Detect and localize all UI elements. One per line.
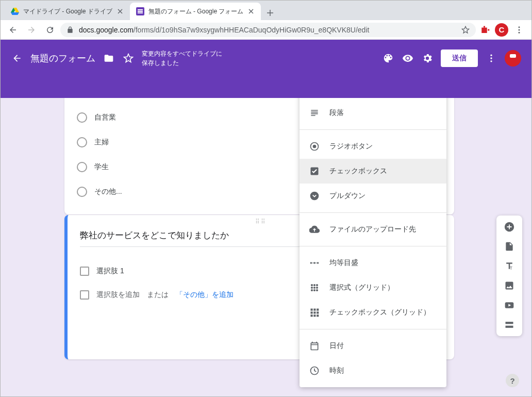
add-section-icon[interactable] <box>503 319 516 331</box>
more-menu-button[interactable] <box>485 52 497 64</box>
close-tab-icon[interactable] <box>247 8 255 15</box>
svg-point-20 <box>490 55 492 56</box>
back-arrow-icon[interactable] <box>11 52 23 64</box>
extension-icon[interactable] <box>478 23 492 37</box>
radio-button-icon <box>309 141 320 152</box>
folder-icon[interactable] <box>103 52 115 64</box>
svg-point-19 <box>519 31 520 33</box>
svg-rect-16 <box>488 29 489 30</box>
save-status: 変更内容をすべてドライブに 保存しました <box>142 49 222 68</box>
svg-point-39 <box>316 284 318 286</box>
dd-pulldown[interactable]: プルダウン <box>300 184 446 208</box>
svg-point-21 <box>490 57 492 59</box>
svg-point-17 <box>519 26 520 28</box>
svg-rect-52 <box>311 315 313 317</box>
preview-eye-icon[interactable] <box>402 52 414 64</box>
dd-time[interactable]: 時刻 <box>300 358 446 383</box>
dd-radio[interactable]: ラジオボタン <box>300 134 446 159</box>
send-button[interactable]: 送信 <box>441 49 478 67</box>
dd-paragraph[interactable]: 段落 <box>300 101 446 125</box>
url-field[interactable]: docs.google.com/forms/d/1o9hSa7w9xsygwhH… <box>60 23 476 37</box>
svg-rect-50 <box>313 311 315 313</box>
import-questions-icon[interactable] <box>503 240 516 253</box>
account-avatar[interactable] <box>505 50 521 67</box>
checkbox-icon <box>80 267 89 276</box>
settings-gear-icon[interactable] <box>421 52 434 64</box>
svg-rect-46 <box>311 309 313 311</box>
svg-rect-51 <box>317 311 319 313</box>
svg-point-40 <box>311 287 313 289</box>
radio-icon <box>77 112 87 123</box>
add-video-icon[interactable] <box>503 299 516 311</box>
dd-checkbox-grid[interactable]: チェックボックス（グリッド） <box>300 300 446 325</box>
calendar-icon <box>309 340 320 352</box>
svg-text:T: T <box>510 266 512 271</box>
dd-linear-scale[interactable]: 均等目盛 <box>300 251 446 275</box>
radio-icon <box>77 162 87 172</box>
svg-rect-49 <box>311 311 313 313</box>
svg-rect-27 <box>506 322 513 324</box>
checkbox-checked-icon <box>309 166 320 177</box>
add-title-icon[interactable]: T <box>503 260 516 272</box>
svg-point-41 <box>313 287 315 289</box>
bookmark-star-icon[interactable] <box>461 26 470 34</box>
svg-point-43 <box>311 289 313 291</box>
radio-grid-icon <box>309 282 320 293</box>
paragraph-icon <box>309 107 320 119</box>
add-image-tool-icon[interactable] <box>503 279 516 292</box>
form-canvas: 質問 回答 自営業 主婦 学生 その他... ⠿⠿ 弊社のサービスをどこで知りま… <box>1 98 531 396</box>
add-other-link[interactable]: 「その他」を追加 <box>176 290 234 300</box>
svg-rect-54 <box>317 315 319 317</box>
url-text: docs.google.com/forms/d/1o9hSa7w9xsygwhH… <box>79 26 456 34</box>
dropdown-circle-icon <box>309 190 320 202</box>
profile-avatar-icon[interactable]: C <box>494 23 509 37</box>
checkbox-grid-icon <box>309 307 320 318</box>
browser-menu-button[interactable] <box>511 22 527 38</box>
drag-handle-icon[interactable]: ⠿⠿ <box>255 218 267 225</box>
svg-point-18 <box>519 29 520 30</box>
tab-title: マイドライブ - Google ドライブ <box>23 7 112 16</box>
browser-tab-forms[interactable]: 無題のフォーム - Google フォーム <box>130 3 261 20</box>
forms-favicon <box>136 7 144 15</box>
svg-marker-7 <box>11 12 19 15</box>
svg-point-37 <box>311 284 313 286</box>
dd-checkbox[interactable]: チェックボックス <box>300 159 446 184</box>
dd-file-upload[interactable]: ファイルのアップロード先 <box>300 217 446 242</box>
browser-tabstrip: マイドライブ - Google ドライブ 無題のフォーム - Google フォ… <box>1 1 531 20</box>
palette-icon[interactable] <box>382 52 394 64</box>
nav-forward-button[interactable] <box>23 22 40 38</box>
cloud-upload-icon <box>309 224 320 235</box>
dd-date[interactable]: 日付 <box>300 334 446 358</box>
question-type-dropdown: 記述式 段落 ラジオボタン チェックボックス プルダウン ファイルのアップロード… <box>300 98 446 387</box>
svg-point-42 <box>316 287 318 289</box>
nav-back-button[interactable] <box>5 22 21 38</box>
star-icon[interactable] <box>122 52 135 64</box>
svg-point-32 <box>310 192 319 201</box>
svg-rect-14 <box>481 27 487 33</box>
svg-rect-53 <box>313 315 315 317</box>
lock-icon <box>66 26 74 34</box>
svg-point-45 <box>316 289 318 291</box>
dd-radio-grid[interactable]: 選択式（グリッド） <box>300 275 446 300</box>
forms-header: 無題のフォーム 変更内容をすべてドライブに 保存しました 送信 <box>1 40 531 98</box>
add-question-icon[interactable] <box>503 221 516 233</box>
new-tab-button[interactable] <box>263 6 277 20</box>
linear-scale-icon <box>309 257 320 269</box>
nav-reload-button[interactable] <box>42 22 58 38</box>
svg-rect-15 <box>484 26 485 27</box>
svg-rect-47 <box>313 309 315 311</box>
radio-icon <box>77 137 87 147</box>
svg-rect-48 <box>317 309 319 311</box>
close-tab-icon[interactable] <box>117 8 124 15</box>
svg-point-30 <box>313 145 317 148</box>
svg-point-22 <box>490 60 492 62</box>
browser-tab-drive[interactable]: マイドライブ - Google ドライブ <box>5 3 130 20</box>
help-button[interactable]: ? <box>506 374 519 387</box>
form-title[interactable]: 無題のフォーム <box>30 52 95 64</box>
svg-point-38 <box>313 284 315 286</box>
floating-side-toolbar: T <box>496 216 522 336</box>
tab-title: 無題のフォーム - Google フォーム <box>148 7 244 16</box>
svg-rect-28 <box>506 326 513 328</box>
svg-point-44 <box>313 289 315 291</box>
clock-icon <box>309 365 320 376</box>
